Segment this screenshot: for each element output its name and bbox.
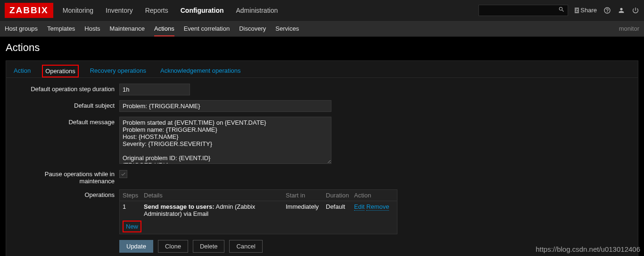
check-icon xyxy=(121,171,126,177)
sub-nav: Host groups Templates Hosts Maintenance … xyxy=(0,21,644,37)
label-duration: Default operation step duration xyxy=(11,84,119,93)
row-subject: Default subject xyxy=(11,100,633,112)
ops-cell-duration: Default xyxy=(326,203,349,217)
nav-administration[interactable]: Administration xyxy=(235,1,279,20)
row-pause: Pause operations while in maintenance xyxy=(11,169,633,185)
ops-header-duration: Duration xyxy=(326,192,349,199)
subnav-maintenance[interactable]: Maintenance xyxy=(110,21,145,36)
page-content: Actions Action Operations Recovery opera… xyxy=(0,37,644,256)
delete-button[interactable]: Delete xyxy=(193,240,225,253)
ops-header-startin: Start in xyxy=(286,192,321,199)
label-operations: Operations xyxy=(11,189,119,198)
input-default-subject[interactable] xyxy=(119,100,331,112)
ops-details-bold: Send message to users: xyxy=(144,203,215,210)
share-z-icon: Z xyxy=(575,8,579,13)
search-input[interactable] xyxy=(479,5,568,16)
nav-monitoring[interactable]: Monitoring xyxy=(62,1,94,20)
tab-operations[interactable]: Operations xyxy=(42,65,79,77)
subnav-discovery[interactable]: Discovery xyxy=(239,21,266,36)
user-icon[interactable] xyxy=(618,7,625,14)
cancel-button[interactable]: Cancel xyxy=(229,240,262,253)
ops-cell-startin: Immediately xyxy=(286,203,321,217)
checkbox-pause-maintenance[interactable] xyxy=(119,170,127,178)
zabbix-logo[interactable]: ZABBIX xyxy=(5,3,53,18)
input-step-duration[interactable] xyxy=(119,84,190,95)
ops-table-header: Steps Details Start in Duration Action xyxy=(120,190,397,201)
subnav-user-label: monitor xyxy=(619,25,639,32)
clone-button[interactable]: Clone xyxy=(158,240,188,253)
label-subject: Default subject xyxy=(11,100,119,109)
nav-configuration[interactable]: Configuration xyxy=(180,1,225,20)
watermark: https://blog.csdn.net/u013012406 xyxy=(536,245,640,253)
row-duration: Default operation step duration xyxy=(11,84,633,95)
ops-edit-link[interactable]: Edit xyxy=(354,203,364,211)
ops-new-link[interactable]: New xyxy=(123,221,141,232)
help-icon[interactable] xyxy=(603,7,611,14)
ops-table-row: 1 Send message to users: Admin (Zabbix A… xyxy=(120,201,397,219)
top-header: ZABBIX Monitoring Inventory Reports Conf… xyxy=(0,0,644,21)
subnav-hosts[interactable]: Hosts xyxy=(84,21,100,36)
tab-recovery-operations[interactable]: Recovery operations xyxy=(87,65,149,77)
nav-reports[interactable]: Reports xyxy=(144,1,169,20)
tab-action[interactable]: Action xyxy=(11,65,33,77)
input-default-message[interactable] xyxy=(119,117,331,164)
search-icon xyxy=(558,6,565,14)
ops-header-action: Action xyxy=(354,192,394,199)
subnav-actions[interactable]: Actions xyxy=(154,21,174,36)
ops-cell-details: Send message to users: Admin (Zabbix Adm… xyxy=(144,203,281,217)
config-panel: Action Operations Recovery operations Ac… xyxy=(6,60,638,256)
ops-header-details: Details xyxy=(144,192,281,199)
header-right: Z Share xyxy=(479,5,639,16)
label-pause: Pause operations while in maintenance xyxy=(11,169,119,185)
share-link[interactable]: Z Share xyxy=(575,7,597,14)
main-nav: Monitoring Inventory Reports Configurati… xyxy=(62,1,479,20)
operations-form: Default operation step duration Default … xyxy=(6,78,638,256)
tabs: Action Operations Recovery operations Ac… xyxy=(6,61,638,78)
ops-cell-action: Edit Remove xyxy=(354,203,394,217)
share-label: Share xyxy=(580,7,597,14)
ops-header-steps: Steps xyxy=(123,192,139,199)
nav-inventory[interactable]: Inventory xyxy=(105,1,134,20)
update-button[interactable]: Update xyxy=(119,240,153,253)
label-message: Default message xyxy=(11,117,119,126)
subnav-services[interactable]: Services xyxy=(275,21,299,36)
subnav-event-correlation[interactable]: Event correlation xyxy=(184,21,230,36)
tab-acknowledgement-operations[interactable]: Acknowledgement operations xyxy=(157,65,244,77)
page-title: Actions xyxy=(6,42,638,54)
subnav-templates[interactable]: Templates xyxy=(47,21,75,36)
subnav-host-groups[interactable]: Host groups xyxy=(5,21,38,36)
row-operations: Operations Steps Details Start in Durati… xyxy=(11,189,633,234)
row-message: Default message xyxy=(11,117,633,164)
operations-table: Steps Details Start in Duration Action 1… xyxy=(119,189,397,234)
power-icon[interactable] xyxy=(632,7,639,14)
ops-cell-steps: 1 xyxy=(123,203,139,217)
ops-remove-link[interactable]: Remove xyxy=(366,203,389,211)
ops-new-row: New xyxy=(120,219,397,234)
